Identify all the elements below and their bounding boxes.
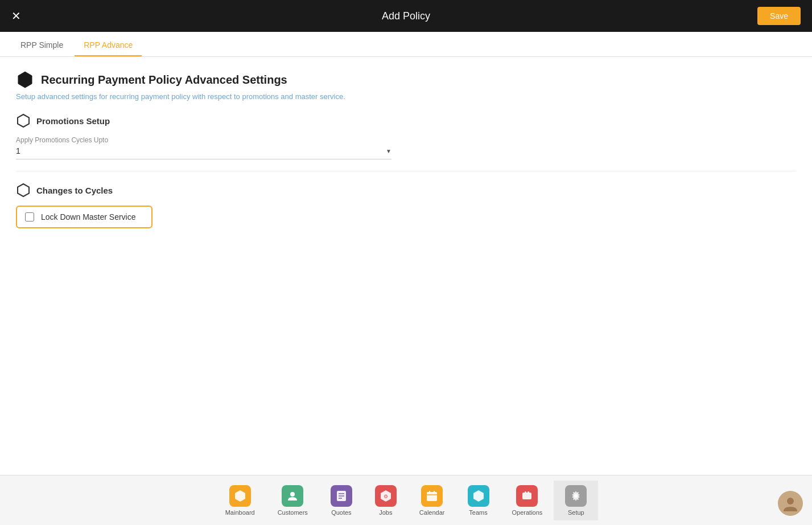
operations-label: Operations [512,509,543,516]
calendar-icon [421,485,443,507]
section-title: Recurring Payment Policy Advanced Settin… [41,73,287,87]
teams-icon [468,485,489,507]
lockdown-checkbox[interactable] [25,212,34,222]
promotions-heading: Promotions Setup [36,116,110,126]
lockdown-checkbox-label: Lock Down Master Service [41,212,136,222]
jobs-label: Jobs [379,509,392,516]
jobs-icon: ⚙ [375,485,397,507]
cycles-hex-icon [16,183,31,198]
setup-icon [565,485,587,507]
cycles-heading: Changes to Cycles [36,186,113,195]
nav-item-setup[interactable]: Setup [554,481,598,520]
page-title: Add Policy [382,10,430,22]
cycles-subsection: Changes to Cycles Lock Down Master Servi… [16,183,796,228]
section-divider [16,171,796,171]
user-avatar [778,491,803,516]
tab-rpp-simple[interactable]: RPP Simple [11,35,72,56]
svg-point-21 [787,498,794,505]
nav-item-quotes[interactable]: Quotes [319,481,364,520]
tab-rpp-advance[interactable]: RPP Advance [75,35,142,56]
cycles-header: Changes to Cycles [16,183,796,198]
nav-item-calendar[interactable]: Calendar [408,481,456,520]
customers-icon [282,485,303,507]
calendar-label: Calendar [419,509,445,516]
promotions-hex-icon [16,113,31,128]
top-bar: ✕ Add Policy Save [0,0,812,32]
lockdown-checkbox-item[interactable]: Lock Down Master Service [16,206,152,228]
teams-label: Teams [469,509,487,516]
user-avatar-wrapper[interactable] [778,491,803,516]
nav-item-teams[interactable]: Teams [456,481,501,520]
quotes-icon [331,485,352,507]
promotions-subsection: Promotions Setup Apply Promotions Cycles… [16,113,796,159]
nav-item-mainboard[interactable]: Mainboard [214,481,266,520]
close-button[interactable]: ✕ [11,10,21,22]
svg-marker-3 [235,490,245,502]
svg-marker-1 [18,114,29,127]
section-header: Recurring Payment Policy Advanced Settin… [16,71,796,89]
mainboard-label: Mainboard [225,509,255,516]
svg-rect-16 [522,493,531,499]
dropdown-arrow-icon: ▼ [386,148,391,154]
quotes-label: Quotes [331,509,351,516]
mainboard-icon [229,485,251,507]
svg-marker-15 [473,490,484,502]
customers-label: Customers [278,509,308,516]
main-content: Recurring Payment Policy Advanced Settin… [0,57,812,475]
tabs-bar: RPP Simple RPP Advance [0,32,812,57]
operations-icon [516,485,538,507]
svg-text:⚙: ⚙ [384,494,388,499]
nav-item-jobs[interactable]: ⚙ Jobs [364,481,408,520]
promotions-field-label: Apply Promotions Cycles Upto [16,136,796,144]
promotions-cycles-dropdown[interactable]: 1 ▼ [16,146,391,159]
promotions-header: Promotions Setup [16,113,796,128]
section-hex-icon [16,71,34,89]
promotions-cycles-value: 1 [16,146,20,155]
svg-point-4 [290,492,295,497]
nav-item-customers[interactable]: Customers [266,481,319,520]
setup-label: Setup [568,509,584,516]
svg-marker-0 [18,72,32,88]
svg-marker-2 [18,184,29,196]
section-subtitle: Setup advanced settings for recurring pa… [16,92,796,101]
save-button[interactable]: Save [757,7,801,25]
bottom-nav: Mainboard Customers Quotes ⚙ [0,475,812,525]
svg-rect-18 [527,491,529,493]
svg-rect-17 [525,491,526,493]
svg-rect-11 [427,492,437,501]
nav-item-operations[interactable]: Operations [501,481,554,520]
